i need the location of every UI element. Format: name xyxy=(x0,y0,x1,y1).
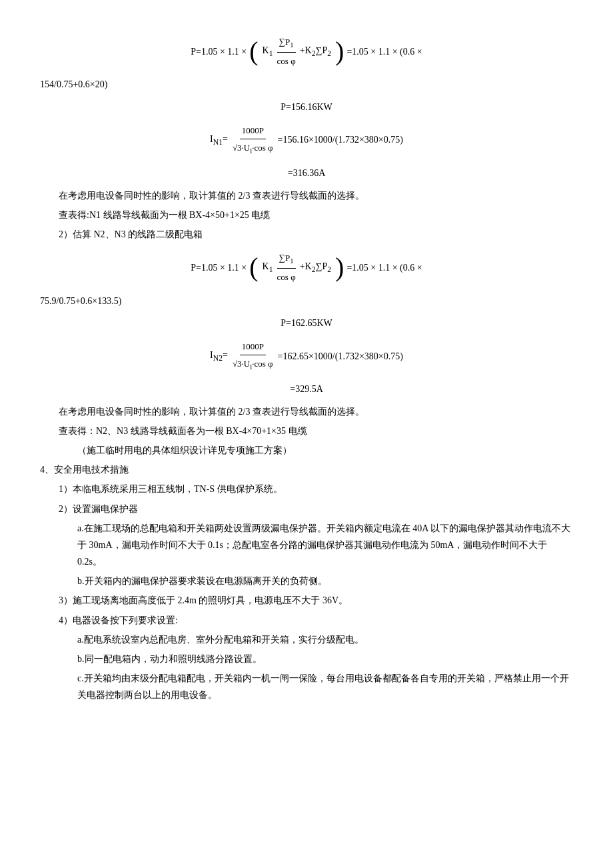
in1-sub: N1 xyxy=(213,138,223,147)
fraction-numerator-2: ∑P1 xyxy=(277,249,296,269)
item5a: a.配电系统设室内总配电房、室外分配电箱和开关箱，实行分级配电。 xyxy=(40,631,573,648)
p-value-1: P=156.16KW xyxy=(40,99,573,115)
right-brace-1: ) xyxy=(335,38,344,65)
continuation-2: 75.9/0.75+0.6×133.5) xyxy=(40,293,573,309)
note1: 在考虑用电设备同时性的影响，取计算值的 2/3 查表进行导线截面的选择。 xyxy=(40,187,573,204)
current-den-2: √3·Ul·cos φ xyxy=(231,355,275,374)
sum1-2-sub: 1 xyxy=(290,257,293,265)
section3-title: 4、安全用电技术措施 xyxy=(40,461,573,478)
formula1-suffix: =1.05 × 1.1 × (0.6 × xyxy=(346,43,422,60)
sum1-sub: 1 xyxy=(290,41,293,49)
continuation-1: 154/0.75+0.6×20) xyxy=(40,76,573,93)
formula2-suffix: =1.05 × 1.1 × (0.6 × xyxy=(346,259,422,276)
current-num-1: 1000P xyxy=(240,122,266,139)
current-num-2: 1000P xyxy=(240,338,266,355)
left-brace-2: ( xyxy=(249,254,258,281)
current-den-1: √3·Ul·cos φ xyxy=(231,139,275,158)
p-prefix-1: P=1.05 × 1.1 × xyxy=(191,43,247,60)
note3: 在考虑用电设备同时性的影响，取计算值的 2/3 查表进行导线截面的选择。 xyxy=(40,403,573,420)
k1-sub: 1 xyxy=(269,49,273,58)
k2-2: +K2∑P2 xyxy=(300,258,331,277)
item4: 3）施工现场离地面高度低于 2.4m 的照明灯具，电源电压不大于 36V。 xyxy=(40,592,573,609)
ul-sub: l xyxy=(250,147,252,155)
ul2-sub: l xyxy=(250,363,252,371)
k1: K1 xyxy=(263,42,273,61)
item1: 1）本临电系统采用三相五线制，TN-S 供电保护系统。 xyxy=(40,481,573,497)
fraction-denominator-2: cos φ xyxy=(275,269,298,285)
formula-1: P=1.05 × 1.1 × ( K1 ∑P1 cos φ +K2∑P2 ) =… xyxy=(40,33,573,69)
k1-2: K1 xyxy=(263,258,273,277)
current-fraction-1: 1000P √3·Ul·cos φ xyxy=(231,122,275,158)
sum2-2-sub: 2 xyxy=(327,265,331,274)
brace-content-2: K1 ∑P1 cos φ +K2∑P2 xyxy=(263,249,332,285)
fraction-numerator-1: ∑P1 xyxy=(277,33,296,53)
note4: 查表得：N2、N3 线路导线截面各为一根 BX-4×70+1×35 电缆 xyxy=(40,423,573,439)
current-eq1: =156.16×1000/(1.732×380×0.75) xyxy=(278,131,403,148)
current-eq2: =162.65×1000/(1.732×380×0.75) xyxy=(278,348,403,365)
item5b: b.同一配电箱内，动力和照明线路分路设置。 xyxy=(40,651,573,667)
p-prefix-2: P=1.05 × 1.1 × xyxy=(191,259,247,276)
k1-2-sub: 1 xyxy=(269,265,273,274)
k2-2-sub: 2 xyxy=(312,265,316,274)
in1-label: IN1= xyxy=(210,131,228,149)
note5: （施工临时用电的具体组织设计详见专项施工方案） xyxy=(40,442,573,459)
item5c: c.开关箱均由末级分配电箱配电，开关箱内一机一闸一保险，每台用电设备都配备各自专… xyxy=(40,670,573,703)
k2-sub: 2 xyxy=(312,49,316,58)
page-content: P=1.05 × 1.1 × ( K1 ∑P1 cos φ +K2∑P2 ) =… xyxy=(40,33,573,704)
formula-2: P=1.05 × 1.1 × ( K1 ∑P1 cos φ +K2∑P2 ) =… xyxy=(40,249,573,285)
item5: 4）电器设备按下列要求设置: xyxy=(40,612,573,629)
note2: 查表得:N1 线路导线截面为一根 BX-4×50+1×25 电缆 xyxy=(40,207,573,223)
p-value-2: P=162.65KW xyxy=(40,315,573,331)
in2-sub: N2 xyxy=(213,354,223,363)
current-fraction-2: 1000P √3·Ul·cos φ xyxy=(231,338,275,374)
current-formula-2: IN2= 1000P √3·Ul·cos φ =162.65×1000/(1.7… xyxy=(40,338,573,374)
section2-title: 2）估算 N2、N3 的线路二级配电箱 xyxy=(40,226,573,243)
current-result-2: =329.5A xyxy=(40,381,573,397)
in2-label: IN2= xyxy=(210,347,228,365)
fraction-2: ∑P1 cos φ xyxy=(275,249,298,285)
right-brace-2: ) xyxy=(335,254,344,281)
left-brace-1: ( xyxy=(249,38,258,65)
current-result-1: =316.36A xyxy=(40,165,573,181)
sum2-sub: 2 xyxy=(327,49,331,58)
current-formula-1: IN1= 1000P √3·Ul·cos φ =156.16×1000/(1.7… xyxy=(40,122,573,158)
k2: +K2∑P2 xyxy=(300,42,331,61)
fraction-1: ∑P1 cos φ xyxy=(275,33,298,69)
brace-content-1: K1 ∑P1 cos φ +K2∑P2 xyxy=(263,33,332,69)
item2: 2）设置漏电保护器 xyxy=(40,501,573,517)
item3b: b.开关箱内的漏电保护器要求装设在电源隔离开关的负荷侧。 xyxy=(40,573,573,589)
fraction-denominator-1: cos φ xyxy=(275,53,298,69)
item3a: a.在施工现场的总配电箱和开关箱两处设置两级漏电保护器。开关箱内额定电流在 40… xyxy=(40,520,573,571)
